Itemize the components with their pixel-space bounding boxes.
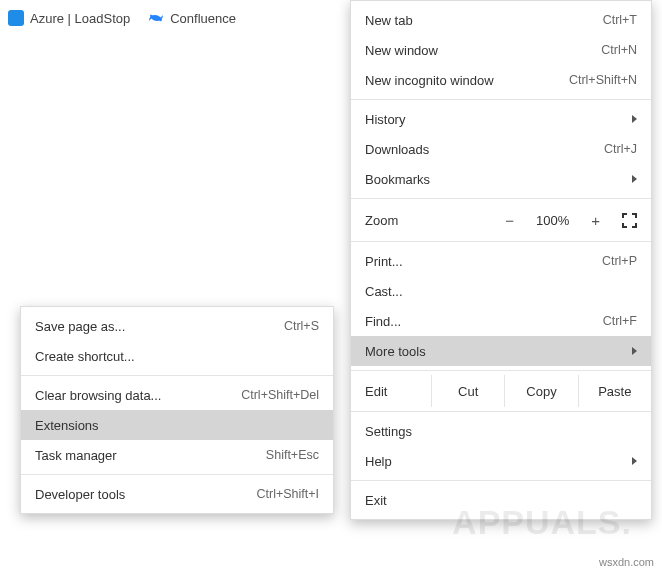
menu-exit-label: Exit — [365, 493, 637, 508]
menu-print-shortcut: Ctrl+P — [602, 254, 637, 268]
submenu-task-manager-shortcut: Shift+Esc — [266, 448, 319, 462]
menu-new-incognito[interactable]: New incognito window Ctrl+Shift+N — [351, 65, 651, 95]
menu-edit-label: Edit — [351, 384, 431, 399]
submenu-save-shortcut: Ctrl+S — [284, 319, 319, 333]
chrome-main-menu: New tab Ctrl+T New window Ctrl+N New inc… — [350, 0, 652, 520]
menu-history-label: History — [365, 112, 632, 127]
menu-zoom-label: Zoom — [365, 213, 433, 228]
zoom-out-button[interactable]: − — [505, 212, 514, 229]
confluence-icon — [148, 10, 164, 26]
edit-paste-button[interactable]: Paste — [578, 375, 651, 407]
more-tools-submenu: Save page as... Ctrl+S Create shortcut..… — [20, 306, 334, 514]
menu-separator — [351, 241, 651, 242]
chevron-right-icon — [632, 457, 637, 465]
submenu-dev-tools-shortcut: Ctrl+Shift+I — [256, 487, 319, 501]
menu-history[interactable]: History — [351, 104, 651, 134]
submenu-clear-data-shortcut: Ctrl+Shift+Del — [241, 388, 319, 402]
submenu-clear-data-label: Clear browsing data... — [35, 388, 241, 403]
bookmark-confluence-label: Confluence — [170, 11, 236, 26]
submenu-clear-browsing-data[interactable]: Clear browsing data... Ctrl+Shift+Del — [21, 380, 333, 410]
menu-exit[interactable]: Exit — [351, 485, 651, 515]
zoom-value: 100% — [536, 213, 569, 228]
bookmark-confluence[interactable]: Confluence — [148, 10, 236, 26]
menu-help-label: Help — [365, 454, 632, 469]
footer-text: wsxdn.com — [599, 556, 654, 568]
menu-separator — [351, 480, 651, 481]
chevron-right-icon — [632, 347, 637, 355]
submenu-extensions-label: Extensions — [35, 418, 319, 433]
menu-settings[interactable]: Settings — [351, 416, 651, 446]
submenu-separator — [21, 375, 333, 376]
menu-more-tools[interactable]: More tools — [351, 336, 651, 366]
chevron-right-icon — [632, 175, 637, 183]
bookmark-azure-label: Azure | LoadStop — [30, 11, 130, 26]
bookmark-azure[interactable]: Azure | LoadStop — [8, 10, 130, 26]
menu-help[interactable]: Help — [351, 446, 651, 476]
menu-separator — [351, 99, 651, 100]
menu-cast-label: Cast... — [365, 284, 637, 299]
submenu-separator — [21, 474, 333, 475]
menu-more-tools-label: More tools — [365, 344, 632, 359]
menu-settings-label: Settings — [365, 424, 637, 439]
menu-cast[interactable]: Cast... — [351, 276, 651, 306]
azure-icon — [8, 10, 24, 26]
menu-find-label: Find... — [365, 314, 603, 329]
submenu-save-label: Save page as... — [35, 319, 284, 334]
submenu-create-shortcut[interactable]: Create shortcut... — [21, 341, 333, 371]
menu-print[interactable]: Print... Ctrl+P — [351, 246, 651, 276]
menu-new-window[interactable]: New window Ctrl+N — [351, 35, 651, 65]
menu-new-window-shortcut: Ctrl+N — [601, 43, 637, 57]
submenu-extensions[interactable]: Extensions — [21, 410, 333, 440]
edit-copy-button[interactable]: Copy — [504, 375, 577, 407]
menu-bookmarks-label: Bookmarks — [365, 172, 632, 187]
menu-new-tab-label: New tab — [365, 13, 603, 28]
edit-cut-button[interactable]: Cut — [431, 375, 504, 407]
menu-print-label: Print... — [365, 254, 602, 269]
submenu-developer-tools[interactable]: Developer tools Ctrl+Shift+I — [21, 479, 333, 509]
submenu-task-manager-label: Task manager — [35, 448, 266, 463]
chevron-right-icon — [632, 115, 637, 123]
menu-downloads-shortcut: Ctrl+J — [604, 142, 637, 156]
zoom-in-button[interactable]: + — [591, 212, 600, 229]
submenu-create-shortcut-label: Create shortcut... — [35, 349, 319, 364]
menu-edit-row: Edit Cut Copy Paste — [351, 375, 651, 407]
menu-separator — [351, 198, 651, 199]
submenu-dev-tools-label: Developer tools — [35, 487, 256, 502]
submenu-task-manager[interactable]: Task manager Shift+Esc — [21, 440, 333, 470]
menu-separator — [351, 370, 651, 371]
menu-bookmarks[interactable]: Bookmarks — [351, 164, 651, 194]
menu-find-shortcut: Ctrl+F — [603, 314, 637, 328]
menu-separator — [351, 411, 651, 412]
fullscreen-icon[interactable] — [622, 213, 637, 228]
menu-new-incognito-label: New incognito window — [365, 73, 569, 88]
menu-find[interactable]: Find... Ctrl+F — [351, 306, 651, 336]
bookmark-bar: Azure | LoadStop Confluence — [2, 4, 236, 32]
submenu-save-page-as[interactable]: Save page as... Ctrl+S — [21, 311, 333, 341]
menu-downloads-label: Downloads — [365, 142, 604, 157]
menu-downloads[interactable]: Downloads Ctrl+J — [351, 134, 651, 164]
zoom-controls: − 100% + — [433, 212, 637, 229]
menu-new-tab[interactable]: New tab Ctrl+T — [351, 5, 651, 35]
menu-new-tab-shortcut: Ctrl+T — [603, 13, 637, 27]
menu-new-window-label: New window — [365, 43, 601, 58]
menu-new-incognito-shortcut: Ctrl+Shift+N — [569, 73, 637, 87]
menu-zoom-row: Zoom − 100% + — [351, 203, 651, 237]
